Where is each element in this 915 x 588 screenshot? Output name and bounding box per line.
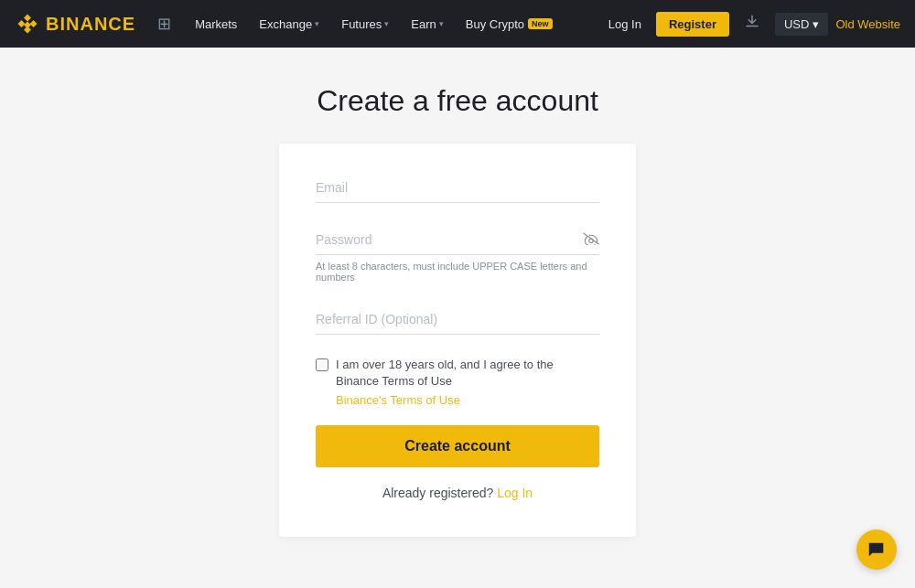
earn-arrow: ▾ bbox=[439, 19, 444, 28]
terms-group: I am over 18 years old, and I agree to t… bbox=[316, 357, 599, 407]
svg-marker-4 bbox=[24, 21, 31, 28]
password-toggle-icon[interactable] bbox=[583, 232, 599, 249]
registration-card: At least 8 characters, must include UPPE… bbox=[279, 144, 636, 537]
chat-icon bbox=[867, 540, 887, 560]
terms-link[interactable]: Binance's Terms of Use bbox=[336, 393, 599, 407]
already-text: Already registered? bbox=[382, 486, 493, 500]
referral-field[interactable] bbox=[316, 305, 599, 335]
email-field[interactable] bbox=[316, 173, 599, 203]
new-badge: New bbox=[528, 18, 553, 29]
referral-group bbox=[316, 305, 599, 335]
exchange-arrow: ▾ bbox=[315, 19, 319, 28]
register-button[interactable]: Register bbox=[656, 12, 729, 37]
navbar-right: Log In Register USD ▾ Old Website bbox=[601, 12, 900, 37]
svg-rect-5 bbox=[746, 25, 759, 27]
currency-selector[interactable]: USD ▾ bbox=[775, 13, 828, 36]
checkbox-row: I am over 18 years old, and I agree to t… bbox=[316, 357, 599, 390]
login-button[interactable]: Log In bbox=[601, 17, 649, 31]
logo[interactable]: BINANCE bbox=[15, 11, 135, 37]
download-icon[interactable] bbox=[737, 14, 768, 35]
main-content: Create a free account At least 8 charact… bbox=[0, 48, 915, 588]
svg-marker-0 bbox=[24, 15, 31, 22]
svg-marker-1 bbox=[18, 20, 26, 27]
grid-icon[interactable]: ⊞ bbox=[157, 14, 171, 34]
login-link[interactable]: Log In bbox=[497, 486, 533, 500]
email-group bbox=[316, 173, 599, 203]
page-title: Create a free account bbox=[317, 84, 598, 118]
already-registered-text: Already registered? Log In bbox=[316, 486, 599, 500]
navbar: BINANCE ⊞ Markets Exchange ▾ Futures ▾ E… bbox=[0, 0, 915, 48]
password-hint: At least 8 characters, must include UPPE… bbox=[316, 261, 599, 283]
password-field[interactable] bbox=[316, 225, 599, 255]
nav-earn[interactable]: Earn ▾ bbox=[402, 0, 452, 48]
old-website-link[interactable]: Old Website bbox=[835, 17, 900, 31]
nav-futures[interactable]: Futures ▾ bbox=[332, 0, 398, 48]
create-account-button[interactable]: Create account bbox=[316, 425, 599, 467]
svg-marker-3 bbox=[30, 20, 38, 27]
password-wrapper bbox=[316, 225, 599, 255]
nav-links: Markets Exchange ▾ Futures ▾ Earn ▾ Buy … bbox=[186, 0, 561, 48]
terms-checkbox[interactable] bbox=[316, 358, 328, 371]
nav-buy-crypto[interactable]: Buy Crypto New bbox=[457, 0, 562, 48]
binance-logo-icon bbox=[15, 11, 40, 37]
password-group: At least 8 characters, must include UPPE… bbox=[316, 225, 599, 283]
chat-button[interactable] bbox=[856, 529, 897, 570]
nav-exchange[interactable]: Exchange ▾ bbox=[250, 0, 328, 48]
nav-markets[interactable]: Markets bbox=[186, 0, 246, 48]
futures-arrow: ▾ bbox=[384, 19, 389, 28]
brand-name: BINANCE bbox=[46, 14, 135, 35]
checkbox-label: I am over 18 years old, and I agree to t… bbox=[336, 357, 599, 390]
